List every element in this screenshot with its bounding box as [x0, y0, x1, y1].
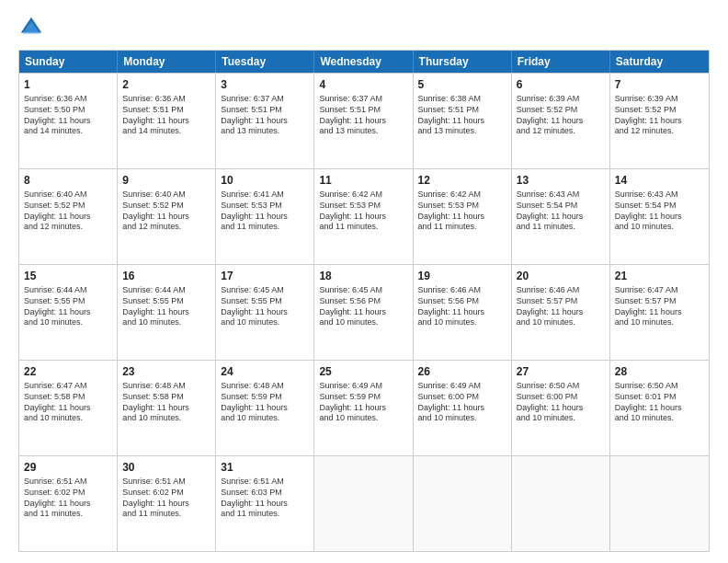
day-number: 31 [221, 460, 309, 475]
cell-info-line: Daylight: 11 hours [122, 403, 210, 414]
cell-info-line: and 10 minutes. [517, 413, 605, 424]
cell-info-line: Sunrise: 6:49 AM [418, 381, 506, 392]
cell-info-line: Sunset: 5:55 PM [24, 296, 112, 307]
cell-info-line: Daylight: 11 hours [615, 403, 704, 414]
cell-info-line: and 10 minutes. [221, 317, 309, 328]
empty-cell [314, 456, 413, 551]
cell-info-line: Sunset: 5:56 PM [319, 296, 407, 307]
cell-info-line: and 10 minutes. [24, 413, 112, 424]
day-number: 23 [122, 364, 210, 379]
calendar-week-2: 8Sunrise: 6:40 AMSunset: 5:52 PMDaylight… [19, 168, 709, 264]
logo-icon [18, 15, 44, 40]
day-cell-13: 13Sunrise: 6:43 AMSunset: 5:54 PMDayligh… [512, 169, 610, 264]
cell-info-line: Daylight: 11 hours [24, 212, 112, 223]
calendar: SundayMondayTuesdayWednesdayThursdayFrid… [18, 50, 710, 552]
cell-info-line: Sunset: 5:52 PM [615, 105, 704, 116]
cell-info-line: Sunset: 5:51 PM [319, 105, 407, 116]
cell-info-line: Sunrise: 6:51 AM [122, 477, 210, 488]
day-number: 26 [418, 364, 506, 379]
cell-info-line: Sunrise: 6:47 AM [24, 381, 112, 392]
day-number: 2 [122, 77, 210, 92]
cell-info-line: Sunset: 5:56 PM [418, 296, 506, 307]
cell-info-line: Sunrise: 6:46 AM [418, 285, 506, 296]
cell-info-line: Sunrise: 6:44 AM [24, 285, 112, 296]
calendar-week-5: 29Sunrise: 6:51 AMSunset: 6:02 PMDayligh… [19, 455, 709, 551]
cell-info-line: Daylight: 11 hours [517, 403, 605, 414]
cell-info-line: Daylight: 11 hours [24, 499, 112, 510]
cell-info-line: and 11 minutes. [319, 222, 407, 233]
day-cell-29: 29Sunrise: 6:51 AMSunset: 6:02 PMDayligh… [19, 456, 118, 551]
header-day-wednesday: Wednesday [314, 51, 413, 73]
cell-info-line: Sunset: 5:50 PM [24, 105, 112, 116]
day-cell-21: 21Sunrise: 6:47 AMSunset: 5:57 PMDayligh… [610, 265, 709, 360]
cell-info-line: and 14 minutes. [24, 126, 112, 137]
day-cell-18: 18Sunrise: 6:45 AMSunset: 5:56 PMDayligh… [314, 265, 413, 360]
cell-info-line: Sunrise: 6:49 AM [319, 381, 407, 392]
cell-info-line: and 10 minutes. [418, 317, 506, 328]
day-cell-31: 31Sunrise: 6:51 AMSunset: 6:03 PMDayligh… [216, 456, 314, 551]
empty-cell [414, 456, 512, 551]
day-cell-3: 3Sunrise: 6:37 AMSunset: 5:51 PMDaylight… [216, 74, 314, 168]
day-cell-30: 30Sunrise: 6:51 AMSunset: 6:02 PMDayligh… [118, 456, 216, 551]
cell-info-line: Sunrise: 6:42 AM [418, 190, 506, 201]
cell-info-line: and 12 minutes. [517, 126, 605, 137]
cell-info-line: and 10 minutes. [615, 317, 704, 328]
calendar-week-1: 1Sunrise: 6:36 AMSunset: 5:50 PMDaylight… [19, 73, 709, 168]
cell-info-line: Sunrise: 6:37 AM [319, 94, 407, 105]
cell-info-line: Daylight: 11 hours [418, 403, 506, 414]
cell-info-line: Daylight: 11 hours [122, 499, 210, 510]
cell-info-line: Sunrise: 6:36 AM [24, 94, 112, 105]
cell-info-line: Daylight: 11 hours [24, 403, 112, 414]
cell-info-line: Daylight: 11 hours [418, 307, 506, 318]
cell-info-line: and 13 minutes. [319, 126, 407, 137]
cell-info-line: Sunrise: 6:46 AM [517, 285, 605, 296]
cell-info-line: and 11 minutes. [221, 222, 309, 233]
cell-info-line: Sunset: 5:53 PM [319, 201, 407, 212]
day-number: 4 [319, 77, 407, 92]
cell-info-line: Sunset: 5:52 PM [122, 201, 210, 212]
cell-info-line: Sunrise: 6:39 AM [517, 94, 605, 105]
cell-info-line: Sunset: 5:59 PM [319, 392, 407, 403]
cell-info-line: Sunrise: 6:40 AM [24, 190, 112, 201]
cell-info-line: Daylight: 11 hours [122, 116, 210, 127]
cell-info-line: Sunset: 5:57 PM [517, 296, 605, 307]
day-number: 30 [122, 460, 210, 475]
cell-info-line: Sunrise: 6:45 AM [221, 285, 309, 296]
cell-info-line: Daylight: 11 hours [221, 403, 309, 414]
cell-info-line: Daylight: 11 hours [418, 116, 506, 127]
header-day-monday: Monday [118, 51, 216, 73]
cell-info-line: and 10 minutes. [122, 317, 210, 328]
cell-info-line: Daylight: 11 hours [319, 116, 407, 127]
header [18, 15, 710, 40]
cell-info-line: and 11 minutes. [221, 509, 309, 520]
day-cell-23: 23Sunrise: 6:48 AMSunset: 5:58 PMDayligh… [118, 361, 216, 455]
day-cell-15: 15Sunrise: 6:44 AMSunset: 5:55 PMDayligh… [19, 265, 118, 360]
day-number: 14 [615, 173, 704, 188]
cell-info-line: Sunset: 5:53 PM [221, 201, 309, 212]
day-cell-8: 8Sunrise: 6:40 AMSunset: 5:52 PMDaylight… [19, 169, 118, 264]
cell-info-line: Daylight: 11 hours [615, 212, 704, 223]
cell-info-line: and 11 minutes. [418, 222, 506, 233]
header-day-saturday: Saturday [610, 51, 709, 73]
day-cell-1: 1Sunrise: 6:36 AMSunset: 5:50 PMDaylight… [19, 74, 118, 168]
cell-info-line: Daylight: 11 hours [517, 116, 605, 127]
cell-info-line: Sunset: 5:52 PM [24, 201, 112, 212]
cell-info-line: Daylight: 11 hours [221, 116, 309, 127]
cell-info-line: Sunrise: 6:48 AM [221, 381, 309, 392]
cell-info-line: Sunrise: 6:39 AM [615, 94, 704, 105]
cell-info-line: Sunset: 5:58 PM [24, 392, 112, 403]
cell-info-line: Daylight: 11 hours [24, 307, 112, 318]
day-cell-11: 11Sunrise: 6:42 AMSunset: 5:53 PMDayligh… [314, 169, 413, 264]
cell-info-line: Sunrise: 6:43 AM [615, 190, 704, 201]
day-cell-28: 28Sunrise: 6:50 AMSunset: 6:01 PMDayligh… [610, 361, 709, 455]
cell-info-line: Sunrise: 6:44 AM [122, 285, 210, 296]
day-number: 3 [221, 77, 309, 92]
day-number: 5 [418, 77, 506, 92]
cell-info-line: and 12 minutes. [615, 126, 704, 137]
cell-info-line: Daylight: 11 hours [24, 116, 112, 127]
day-cell-20: 20Sunrise: 6:46 AMSunset: 5:57 PMDayligh… [512, 265, 610, 360]
day-cell-2: 2Sunrise: 6:36 AMSunset: 5:51 PMDaylight… [118, 74, 216, 168]
calendar-week-4: 22Sunrise: 6:47 AMSunset: 5:58 PMDayligh… [19, 360, 709, 455]
cell-info-line: Daylight: 11 hours [319, 307, 407, 318]
day-cell-12: 12Sunrise: 6:42 AMSunset: 5:53 PMDayligh… [414, 169, 512, 264]
